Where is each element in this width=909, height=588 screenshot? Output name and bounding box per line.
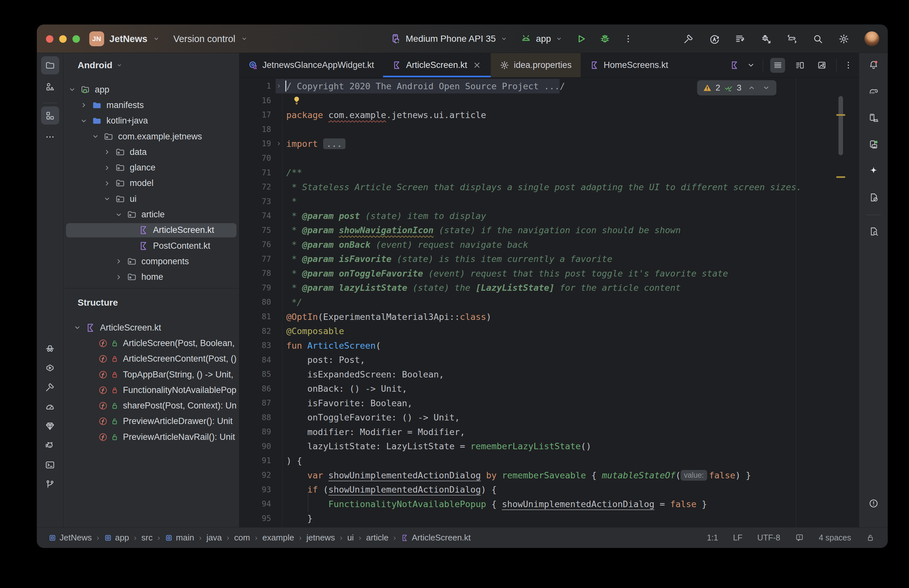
code-line[interactable]: 19import ... bbox=[239, 136, 859, 151]
chevron-right-icon[interactable] bbox=[115, 273, 123, 281]
code-line[interactable]: 74 * @param post (state) item to display bbox=[239, 208, 859, 223]
breadcrumb-item[interactable]: main bbox=[165, 533, 194, 543]
breadcrumb-item[interactable]: article bbox=[366, 533, 389, 543]
run-button[interactable] bbox=[575, 33, 586, 44]
more-actions-button[interactable] bbox=[623, 34, 633, 44]
code-line[interactable]: 16 bbox=[239, 94, 859, 108]
hexagon-play-tool-button[interactable] bbox=[41, 359, 59, 376]
code-line[interactable]: 92 var showUnimplementedActionDialog by … bbox=[239, 468, 859, 483]
kotlin-icon[interactable] bbox=[730, 60, 739, 70]
code-line[interactable]: 73 * bbox=[239, 194, 859, 208]
chevron-right-icon[interactable] bbox=[103, 179, 111, 187]
code-line[interactable]: 72 * Stateless Article Screen that displ… bbox=[239, 180, 859, 194]
tree-item[interactable]: data bbox=[63, 144, 239, 160]
tree-item[interactable]: kotlin+java bbox=[63, 113, 239, 129]
code-line[interactable]: 70 bbox=[239, 151, 859, 166]
chevron-down-icon[interactable] bbox=[73, 323, 82, 332]
intention-bulb-icon[interactable] bbox=[291, 95, 302, 106]
editor-tab[interactable]: ArticleScreen.kt bbox=[383, 53, 491, 77]
project-folder-tool-button[interactable] bbox=[41, 56, 59, 74]
breadcrumb-item[interactable]: src bbox=[141, 533, 153, 543]
device-manager-tool-button[interactable] bbox=[864, 109, 883, 127]
ai-actions-icon[interactable] bbox=[709, 34, 720, 44]
chevron-right-icon[interactable] bbox=[79, 101, 88, 109]
code-line[interactable]: 80 */ bbox=[239, 295, 859, 310]
tree-item[interactable]: glance bbox=[63, 160, 239, 175]
profiler-gauge-tool-button[interactable] bbox=[41, 398, 59, 415]
project-name[interactable]: JetNews bbox=[109, 34, 147, 44]
run-tasks-icon[interactable] bbox=[735, 34, 746, 44]
tree-item[interactable]: model bbox=[63, 176, 239, 191]
tree-item[interactable]: app bbox=[63, 82, 239, 97]
search-icon[interactable] bbox=[812, 34, 823, 44]
logcat-cat-tool-button[interactable] bbox=[41, 437, 59, 454]
maximize-window-button[interactable] bbox=[73, 35, 80, 43]
code-line[interactable]: 85 isExpandedScreen: Boolean, bbox=[239, 367, 859, 382]
chevron-down-icon[interactable] bbox=[103, 195, 111, 203]
status-item[interactable]: UTF-8 bbox=[757, 533, 780, 543]
breadcrumb-item[interactable]: ui bbox=[347, 533, 354, 543]
tree-item[interactable]: PostContent.kt bbox=[63, 238, 239, 254]
debug-attach-icon[interactable] bbox=[761, 34, 772, 44]
code-line[interactable]: 86 onBack: () -> Unit, bbox=[239, 381, 859, 396]
structure-item[interactable]: sharePost(Post, Context): Un bbox=[63, 398, 239, 414]
code-line[interactable]: 91) { bbox=[239, 454, 859, 468]
tree-item[interactable]: article bbox=[63, 207, 239, 222]
breadcrumb-item[interactable]: example bbox=[262, 533, 294, 543]
chevron-right-icon[interactable] bbox=[115, 257, 123, 265]
kebab-icon[interactable] bbox=[844, 60, 853, 70]
editor-tab[interactable]: JetnewsGlanceAppWidget.kt bbox=[239, 53, 383, 77]
vcs-menu[interactable]: Version control bbox=[173, 34, 236, 44]
status-item[interactable]: LF bbox=[733, 533, 743, 543]
tree-item[interactable] bbox=[63, 285, 239, 289]
hammer-tool-button[interactable] bbox=[41, 378, 59, 396]
bell-tool-button[interactable] bbox=[864, 56, 883, 74]
gradle-sync-icon[interactable] bbox=[787, 34, 798, 44]
code-line[interactable]: 95 } bbox=[239, 511, 859, 526]
run-configuration-selector[interactable]: app bbox=[520, 33, 563, 44]
editor-tab[interactable]: HomeScreens.kt bbox=[581, 53, 677, 77]
inspections-widget[interactable]: 2 3 bbox=[697, 80, 777, 95]
structure-item[interactable]: FunctionalityNotAvailablePop bbox=[63, 382, 239, 398]
code-line[interactable]: 77 * @param isFavorite (state) is this i… bbox=[239, 252, 859, 267]
code-line[interactable]: 76 * @param onBack (event) request navig… bbox=[239, 237, 859, 252]
code-line[interactable]: 82@Composable bbox=[239, 324, 859, 338]
structure-tool-button[interactable] bbox=[41, 107, 59, 124]
inspection-diamond-tool-button[interactable] bbox=[41, 417, 59, 435]
git-branch-tool-button[interactable] bbox=[41, 475, 59, 493]
hammer-icon[interactable] bbox=[683, 34, 694, 44]
chevron-right-icon[interactable] bbox=[103, 148, 111, 156]
breadcrumb-item[interactable]: jetnews bbox=[306, 533, 335, 543]
unlock-icon[interactable] bbox=[866, 533, 875, 542]
code-line[interactable]: 71/** bbox=[239, 165, 859, 180]
code-line[interactable]: 94 FunctionalityNotAvailablePopup { show… bbox=[239, 497, 859, 511]
gemini-sparkle-tool-button[interactable] bbox=[864, 162, 883, 180]
tree-item[interactable]: home bbox=[63, 270, 239, 285]
design-view-button[interactable] bbox=[814, 58, 829, 73]
minimize-window-button[interactable] bbox=[59, 35, 67, 43]
tree-item[interactable]: manifests bbox=[63, 97, 239, 113]
code-line[interactable]: 17package com.example.jetnews.ui.article bbox=[239, 108, 859, 122]
structure-item[interactable]: TopAppBar(String, () -> Unit, bbox=[63, 367, 239, 382]
breadcrumb-item[interactable]: ArticleScreen.kt bbox=[401, 533, 471, 543]
structure-item[interactable]: ArticleScreenContent(Post, () bbox=[63, 351, 239, 367]
chevron-down-icon[interactable] bbox=[241, 35, 248, 42]
document-link-tool-button[interactable] bbox=[864, 188, 883, 206]
chevron-down-icon[interactable] bbox=[115, 210, 123, 219]
code-line[interactable]: 75 * @param showNavigationIcon (state) i… bbox=[239, 223, 859, 237]
close-icon[interactable] bbox=[472, 60, 482, 70]
code-line[interactable]: 83fun ArticleScreen( bbox=[239, 338, 859, 353]
breadcrumb-item[interactable]: java bbox=[207, 533, 222, 543]
code-line[interactable]: 93 if (showUnimplementedActionDialog) { bbox=[239, 482, 859, 497]
tree-item[interactable]: ArticleScreen.kt bbox=[63, 223, 239, 238]
terminal-tool-button[interactable] bbox=[41, 456, 59, 473]
settings-gear-icon[interactable] bbox=[838, 34, 849, 44]
device-selector[interactable]: Medium Phone API 35 bbox=[390, 33, 507, 44]
code-view-button[interactable] bbox=[770, 58, 785, 73]
code-line[interactable]: 78 * @param onToggleFavorite (event) req… bbox=[239, 266, 859, 281]
resource-manager-tool-button[interactable] bbox=[41, 78, 59, 96]
warning-stripe-mark[interactable] bbox=[836, 114, 845, 116]
breadcrumb-item[interactable]: app bbox=[104, 533, 129, 543]
chevron-down-icon[interactable] bbox=[153, 35, 160, 42]
spy-hat-tool-button[interactable] bbox=[41, 339, 59, 357]
